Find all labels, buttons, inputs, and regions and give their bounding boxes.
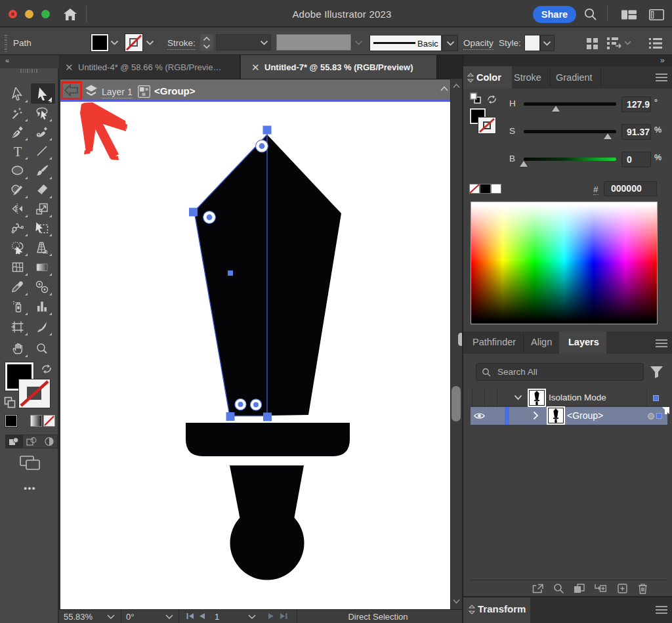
svg-text:T: T xyxy=(14,144,22,158)
